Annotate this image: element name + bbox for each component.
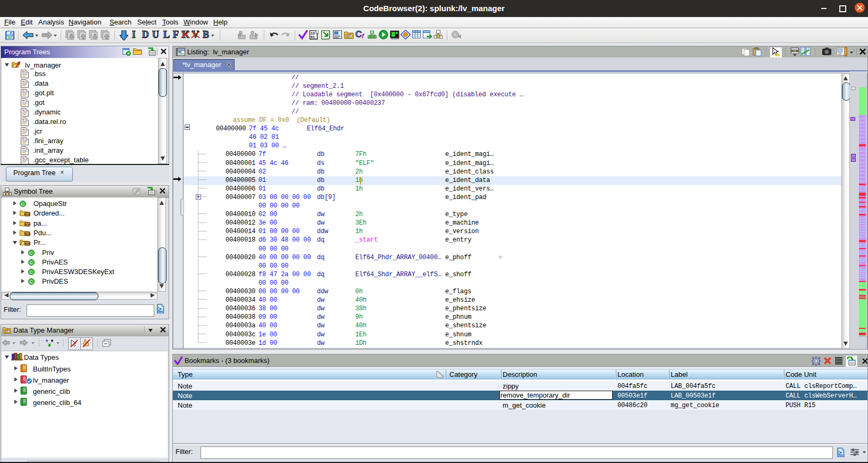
svg-text:DT: DT: [346, 34, 351, 38]
svg-text:C: C: [30, 280, 33, 285]
svg-text:DT: DT: [5, 329, 9, 333]
svg-text:10: 10: [311, 32, 315, 36]
svg-text:C: C: [30, 251, 33, 255]
svg-text:01: 01: [311, 36, 315, 39]
svg-text:C: C: [21, 202, 24, 206]
svg-text:C: C: [30, 270, 33, 275]
svg-text:C: C: [30, 260, 33, 265]
